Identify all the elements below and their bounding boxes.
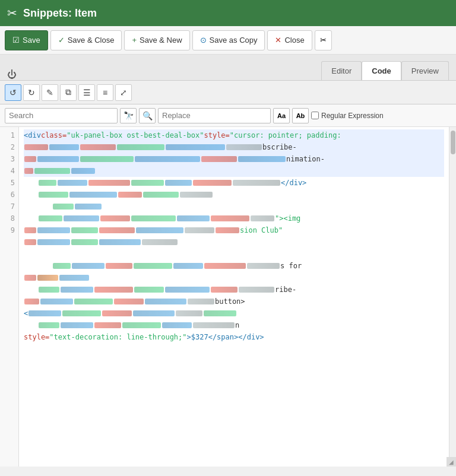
save-new-button[interactable]: + Save & New — [124, 30, 189, 50]
case-word-button[interactable]: Ab — [292, 108, 309, 123]
tab-editor[interactable]: Editor — [321, 61, 362, 80]
save-icon: ☑ — [12, 36, 20, 45]
line-num-4: 4 — [0, 165, 18, 177]
toolbar: ☑ Save ✓ Save & Close + Save & New ⊙ Sav… — [0, 26, 456, 55]
code-line-4 — [24, 201, 444, 212]
tab-area: ⏻ Editor Code Preview — [0, 55, 456, 81]
scissors-icon: ✂ — [7, 6, 17, 20]
regex-checkbox[interactable] — [311, 112, 319, 119]
code-content[interactable]: <div class= "uk-panel-box ost-best-deal-… — [19, 127, 449, 467]
copy-button[interactable]: ⧉ — [60, 84, 77, 101]
code-line-1: <div class= "uk-panel-box ost-best-deal-… — [24, 129, 444, 141]
code-line-1b: bscribe- — [24, 141, 444, 153]
code-line-6 — [24, 248, 444, 260]
line-num-9: 9 — [0, 224, 18, 236]
check-icon: ✓ — [58, 36, 65, 45]
save-new-label: Save & New — [140, 36, 182, 45]
code-line-1c: nimation- — [24, 153, 444, 165]
tab-preview[interactable]: Preview — [401, 61, 449, 80]
line-num-6: 6 — [0, 189, 18, 201]
search-binoculars-button[interactable]: 🔭 — [120, 108, 137, 123]
code-line-8c: < — [24, 307, 444, 319]
title-bar: ✂ Snippets: Item — [0, 0, 456, 26]
extra-button[interactable]: ✂ — [315, 30, 332, 50]
regex-option: Regular Expression — [311, 112, 384, 120]
search-binoculars2-button[interactable]: 🔍 — [139, 108, 156, 123]
code-line-8b: button> — [24, 296, 444, 307]
list-button[interactable]: ≡ — [97, 84, 113, 101]
indent-button[interactable]: ☰ — [78, 84, 95, 101]
resize-handle[interactable]: ◢ — [446, 457, 456, 467]
case-btn1-label: Aa — [277, 112, 286, 119]
save-copy-label: Save as Copy — [210, 36, 258, 45]
search-input[interactable] — [5, 108, 118, 123]
code-line-2: </div> — [24, 177, 444, 189]
save-label: Save — [23, 36, 40, 45]
code-line-1d — [24, 165, 444, 177]
case-sensitive-button[interactable]: Aa — [273, 108, 290, 123]
scissors-small-icon: ✂ — [320, 36, 327, 45]
line-num-1: 1 — [0, 129, 18, 141]
code-line-7: s for — [24, 260, 444, 272]
scrollbar-thumb[interactable] — [451, 131, 455, 154]
code-line-5b: sion Club" — [24, 224, 444, 236]
close-icon: ✕ — [275, 36, 281, 45]
code-editor: 1 2 3 4 5 6 7 8 9 <div class= "uk-panel-… — [0, 127, 456, 467]
line-num-3: 3 — [0, 153, 18, 165]
case-btn2-label: Ab — [296, 112, 305, 119]
tab-code-label: Code — [372, 66, 391, 75]
code-line-5c — [24, 236, 444, 248]
tab-preview-label: Preview — [411, 66, 439, 75]
save-close-button[interactable]: ✓ Save & Close — [50, 30, 122, 50]
line-num-8: 8 — [0, 212, 18, 224]
editor-toolbar: ↺ ↻ ✎ ⧉ ☰ ≡ ⤢ — [0, 81, 456, 104]
tab-editor-label: Editor — [331, 66, 352, 75]
undo-button[interactable]: ↺ — [5, 84, 21, 101]
code-line-9: n — [24, 319, 444, 331]
replace-input[interactable] — [158, 108, 271, 123]
line-num-2: 2 — [0, 141, 18, 153]
fullscreen-button[interactable]: ⤢ — [115, 84, 132, 101]
redo-button[interactable]: ↻ — [23, 84, 40, 101]
tab-code[interactable]: Code — [362, 61, 401, 80]
line-num-5: 5 — [0, 177, 18, 189]
line-numbers: 1 2 3 4 5 6 7 8 9 — [0, 127, 19, 467]
search-bar: 🔭 🔍 Aa Ab Regular Expression — [0, 104, 456, 127]
copy-icon: ⊙ — [200, 36, 207, 45]
code-line-5: "><img — [24, 212, 444, 224]
code-line-9b: style= "text-decoration: line-through;" … — [24, 331, 444, 343]
vertical-scrollbar[interactable] — [449, 127, 456, 467]
regex-label: Regular Expression — [321, 112, 384, 120]
page-title: Snippets: Item — [23, 7, 97, 20]
code-line-8: ribe- — [24, 284, 444, 296]
close-label: Close — [284, 36, 304, 45]
close-button[interactable]: ✕ Close — [267, 30, 312, 50]
code-line-3 — [24, 189, 444, 201]
save-button[interactable]: ☑ Save — [5, 30, 48, 50]
line-num-7: 7 — [0, 201, 18, 212]
edit-button[interactable]: ✎ — [42, 84, 58, 101]
power-icon[interactable]: ⏻ — [7, 69, 17, 80]
save-close-label: Save & Close — [68, 36, 115, 45]
code-line-7b — [24, 272, 444, 284]
plus-icon: + — [132, 36, 137, 45]
save-copy-button[interactable]: ⊙ Save as Copy — [192, 30, 265, 50]
